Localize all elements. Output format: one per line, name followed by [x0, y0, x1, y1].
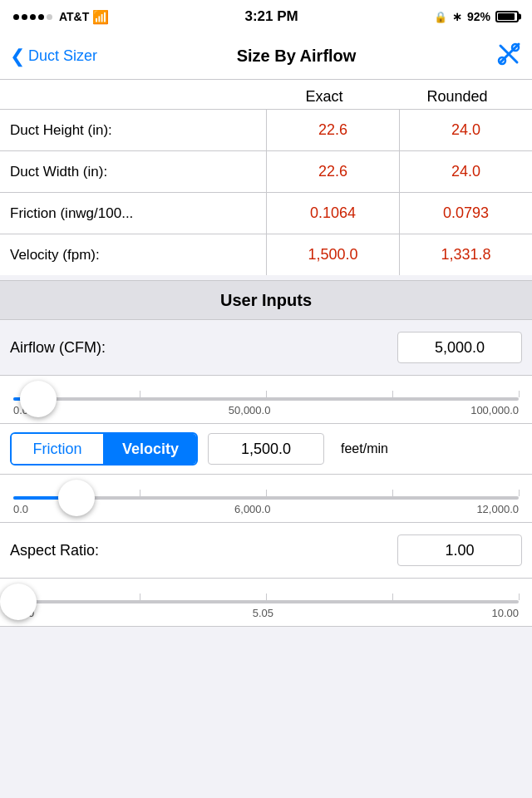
airflow-value: 5,000.0	[435, 339, 485, 357]
status-time: 3:21 PM	[245, 8, 298, 25]
wrench-icon[interactable]	[495, 41, 522, 72]
duct-height-exact: 22.6	[266, 110, 399, 150]
status-right: 🔒 ∗ 92%	[434, 10, 519, 23]
velocity-tick-25	[140, 490, 140, 496]
aspect-ratio-slider-labels: 0.10 5.05 10.00	[13, 607, 519, 619]
result-row-friction: Friction (inwg/100... 0.1064 0.0793	[0, 192, 532, 234]
aspect-ratio-value: 1.00	[445, 542, 474, 559]
airflow-slider-area[interactable]	[13, 397, 519, 401]
friction-velocity-toggle[interactable]: Friction Velocity	[10, 432, 198, 466]
velocity-slider-track[interactable]	[13, 496, 519, 500]
airflow-tick-max	[519, 391, 520, 397]
col-header-exact: Exact	[258, 88, 391, 106]
friction-exact: 0.1064	[266, 193, 399, 234]
airflow-slider-mid: 50,000.0	[229, 404, 271, 416]
velocity-slider-thumb[interactable]	[58, 480, 95, 516]
duct-height-rounded: 24.0	[399, 110, 532, 150]
velocity-value-box[interactable]: 1,500.0	[208, 433, 324, 465]
battery-fill	[498, 13, 515, 20]
aspect-ratio-value-box[interactable]: 1.00	[397, 534, 522, 566]
airflow-slider-container: 0.0 50,000.0 100,000.0	[0, 376, 532, 424]
velocity-slider-mid: 6,000.0	[234, 503, 270, 515]
friction-label: Friction (inwg/100...	[0, 205, 266, 222]
airflow-tick-25	[140, 391, 140, 397]
airflow-value-box[interactable]: 5,000.0	[397, 332, 522, 363]
velocity-exact: 1,500.0	[266, 234, 399, 275]
result-row-duct-width: Duct Width (in): 22.6 24.0	[0, 150, 532, 192]
lock-icon: 🔒	[434, 11, 447, 23]
velocity-slider-container: 0.0 6,000.0 12,000.0	[0, 475, 532, 523]
velocity-tick-mid	[266, 490, 267, 496]
aspect-ratio-slider-container: 0.10 5.05 10.00	[0, 579, 532, 627]
segmented-row: Friction Velocity 1,500.0 feet/min	[0, 424, 532, 475]
result-row-duct-height: Duct Height (in): 22.6 24.0	[0, 109, 532, 150]
duct-width-rounded: 24.0	[399, 151, 532, 192]
duct-width-label: Duct Width (in):	[0, 164, 266, 180]
airflow-input-row: Airflow (CFM): 5,000.0	[0, 320, 532, 376]
aspect-ratio-slider-mid: 5.05	[253, 607, 273, 619]
aspect-ratio-row: Aspect Ratio: 1.00	[0, 523, 532, 579]
airflow-label: Airflow (CFM):	[10, 339, 397, 357]
carrier-label: AT&T	[59, 10, 89, 23]
bluetooth-icon: ∗	[452, 10, 462, 23]
col-header-rounded: Rounded	[391, 88, 524, 106]
battery-percent: 92%	[467, 10, 490, 23]
user-inputs-header: User Inputs	[0, 280, 532, 320]
velocity-label: Velocity (fpm):	[0, 247, 266, 264]
duct-height-label: Duct Height (in):	[0, 122, 266, 139]
wifi-icon: 📶	[92, 9, 109, 25]
aspect-ratio-tick-mid	[266, 594, 267, 600]
results-table: Exact Rounded Duct Height (in): 22.6 24.…	[0, 80, 532, 275]
battery-icon	[495, 11, 519, 22]
friction-option[interactable]: Friction	[12, 434, 103, 464]
back-label: Duct Sizer	[28, 47, 97, 65]
airflow-tick-75	[392, 391, 393, 397]
nav-bar: ❮ Duct Sizer Size By Airflow	[0, 33, 532, 80]
velocity-slider-area[interactable]	[13, 496, 519, 500]
velocity-tick-75	[392, 490, 393, 496]
results-header-row: Exact Rounded	[0, 88, 532, 106]
aspect-ratio-slider-track[interactable]	[13, 600, 519, 603]
aspect-ratio-slider-thumb[interactable]	[0, 584, 37, 620]
airflow-slider-max: 100,000.0	[470, 404, 519, 416]
velocity-rounded: 1,331.8	[399, 234, 532, 275]
aspect-ratio-tick-25	[140, 594, 140, 600]
result-row-velocity: Velocity (fpm): 1,500.0 1,331.8	[0, 234, 532, 275]
velocity-slider-max: 12,000.0	[476, 503, 519, 515]
aspect-ratio-slider-area[interactable]	[13, 600, 519, 603]
duct-width-exact: 22.6	[266, 151, 399, 192]
airflow-slider-thumb[interactable]	[20, 381, 57, 417]
airflow-slider-track[interactable]	[13, 397, 519, 401]
velocity-unit: feet/min	[341, 441, 388, 456]
signal-dots	[13, 14, 52, 20]
user-inputs-title: User Inputs	[220, 291, 312, 310]
aspect-ratio-slider-max: 10.00	[491, 607, 519, 619]
back-button[interactable]: ❮ Duct Sizer	[10, 46, 97, 67]
airflow-slider-labels: 0.0 50,000.0 100,000.0	[13, 404, 519, 416]
velocity-value: 1,500.0	[241, 441, 291, 458]
aspect-ratio-label: Aspect Ratio:	[10, 542, 397, 559]
velocity-tick-max	[519, 490, 520, 496]
aspect-ratio-tick-75	[392, 594, 393, 600]
friction-rounded: 0.0793	[399, 193, 532, 234]
status-left: AT&T 📶	[13, 9, 109, 25]
status-bar: AT&T 📶 3:21 PM 🔒 ∗ 92%	[0, 0, 532, 33]
velocity-option[interactable]: Velocity	[105, 434, 196, 464]
page-title: Size By Airflow	[237, 47, 357, 66]
velocity-slider-min: 0.0	[13, 503, 28, 515]
airflow-tick-mid	[266, 391, 267, 397]
back-chevron-icon: ❮	[10, 46, 25, 67]
aspect-ratio-tick-max	[519, 594, 520, 600]
